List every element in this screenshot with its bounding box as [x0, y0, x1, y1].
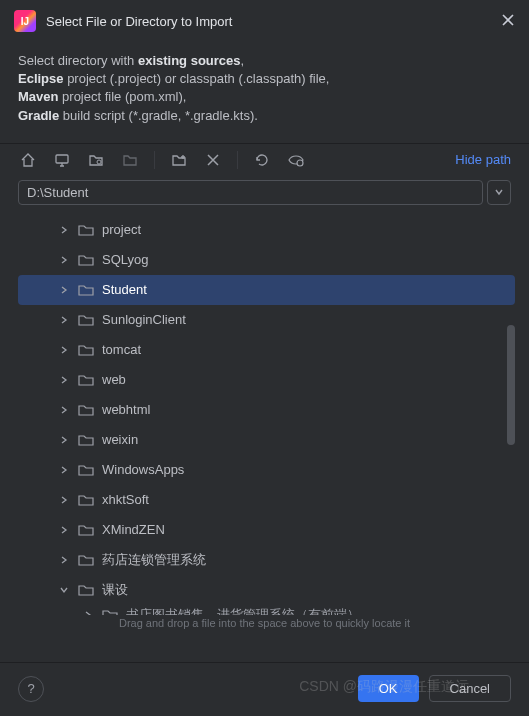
folder-icon	[78, 343, 94, 357]
chevron-right-icon[interactable]	[58, 224, 70, 236]
path-input[interactable]	[18, 180, 483, 205]
chevron-right-icon[interactable]	[58, 254, 70, 266]
toolbar-separator	[237, 151, 238, 169]
folder-icon	[78, 523, 94, 537]
cancel-button[interactable]: Cancel	[429, 675, 511, 702]
tree-row-partial[interactable]: 书店图书销售、进货管理系统（有前端）	[18, 605, 515, 615]
folder-icon	[78, 253, 94, 267]
desc-bold: existing sources	[138, 53, 241, 68]
tree-row[interactable]: 课设	[18, 575, 515, 605]
svg-point-1	[97, 160, 101, 164]
folder-icon	[78, 463, 94, 477]
chevron-right-icon[interactable]	[58, 404, 70, 416]
file-tree[interactable]: projectSQLyogStudentSunloginClienttomcat…	[18, 215, 515, 615]
folder-icon	[78, 433, 94, 447]
desc-text: ,	[241, 53, 245, 68]
folder-icon	[102, 608, 118, 615]
tree-row[interactable]: webhtml	[18, 395, 515, 425]
new-folder-icon[interactable]	[169, 150, 189, 170]
folder-icon	[78, 403, 94, 417]
tree-label: SunloginClient	[102, 312, 186, 327]
app-icon: IJ	[14, 10, 36, 32]
desktop-icon[interactable]	[52, 150, 72, 170]
refresh-icon[interactable]	[252, 150, 272, 170]
ok-button[interactable]: OK	[358, 675, 419, 702]
chevron-right-icon[interactable]	[58, 314, 70, 326]
dialog-title: Select File or Directory to Import	[46, 14, 491, 29]
project-dir-icon[interactable]	[86, 150, 106, 170]
folder-icon	[78, 373, 94, 387]
hide-path-link[interactable]: Hide path	[455, 152, 511, 167]
desc-text: project file (pom.xml),	[58, 89, 186, 104]
chevron-right-icon[interactable]	[58, 464, 70, 476]
chevron-right-icon[interactable]	[58, 524, 70, 536]
tree-label: project	[102, 222, 141, 237]
tree-label: webhtml	[102, 402, 150, 417]
module-dir-icon[interactable]	[120, 150, 140, 170]
svg-point-2	[297, 160, 303, 166]
folder-icon	[78, 583, 94, 597]
folder-icon	[78, 553, 94, 567]
desc-text: project (.project) or classpath (.classp…	[64, 71, 330, 86]
tree-label: SQLyog	[102, 252, 149, 267]
chevron-right-icon[interactable]	[58, 554, 70, 566]
path-dropdown[interactable]	[487, 180, 511, 205]
path-row	[0, 176, 529, 209]
tree-label: WindowsApps	[102, 462, 184, 477]
chevron-right-icon[interactable]	[58, 434, 70, 446]
tree-row[interactable]: xhktSoft	[18, 485, 515, 515]
tree-label: 药店连锁管理系统	[102, 551, 206, 569]
tree-row[interactable]: weixin	[18, 425, 515, 455]
tree-label: web	[102, 372, 126, 387]
close-icon[interactable]	[501, 13, 515, 30]
dialog-footer: ? OK Cancel	[0, 662, 529, 716]
scrollbar-thumb[interactable]	[507, 325, 515, 445]
svg-rect-0	[56, 155, 68, 163]
tree-row[interactable]: SQLyog	[18, 245, 515, 275]
tree-label: Student	[102, 282, 147, 297]
chevron-right-icon[interactable]	[58, 374, 70, 386]
toolbar: Hide path	[0, 144, 529, 176]
toolbar-separator	[154, 151, 155, 169]
tree-label: weixin	[102, 432, 138, 447]
tree-row[interactable]: web	[18, 365, 515, 395]
titlebar: IJ Select File or Directory to Import	[0, 0, 529, 42]
show-hidden-icon[interactable]	[286, 150, 306, 170]
tree-row[interactable]: Student	[18, 275, 515, 305]
desc-bold: Maven	[18, 89, 58, 104]
folder-icon	[78, 493, 94, 507]
tree-label: tomcat	[102, 342, 141, 357]
tree-row[interactable]: XMindZEN	[18, 515, 515, 545]
description-block: Select directory with existing sources, …	[0, 42, 529, 144]
tree-row[interactable]: WindowsApps	[18, 455, 515, 485]
chevron-right-icon[interactable]	[58, 344, 70, 356]
tree-label: XMindZEN	[102, 522, 165, 537]
folder-icon	[78, 223, 94, 237]
drop-hint: Drag and drop a file into the space abov…	[0, 615, 529, 635]
chevron-right-icon	[82, 609, 94, 615]
folder-icon	[78, 283, 94, 297]
tree-label: xhktSoft	[102, 492, 149, 507]
chevron-right-icon[interactable]	[58, 494, 70, 506]
desc-text: Select directory with	[18, 53, 138, 68]
home-icon[interactable]	[18, 150, 38, 170]
delete-icon[interactable]	[203, 150, 223, 170]
tree-label: 书店图书销售、进货管理系统（有前端）	[126, 606, 360, 615]
chevron-down-icon[interactable]	[58, 584, 70, 596]
chevron-right-icon[interactable]	[58, 284, 70, 296]
tree-row[interactable]: 药店连锁管理系统	[18, 545, 515, 575]
folder-icon	[78, 313, 94, 327]
tree-label: 课设	[102, 581, 128, 599]
help-button[interactable]: ?	[18, 676, 44, 702]
tree-row[interactable]: tomcat	[18, 335, 515, 365]
desc-bold: Eclipse	[18, 71, 64, 86]
tree-row[interactable]: project	[18, 215, 515, 245]
desc-text: build script (*.gradle, *.gradle.kts).	[59, 108, 258, 123]
desc-bold: Gradle	[18, 108, 59, 123]
tree-row[interactable]: SunloginClient	[18, 305, 515, 335]
